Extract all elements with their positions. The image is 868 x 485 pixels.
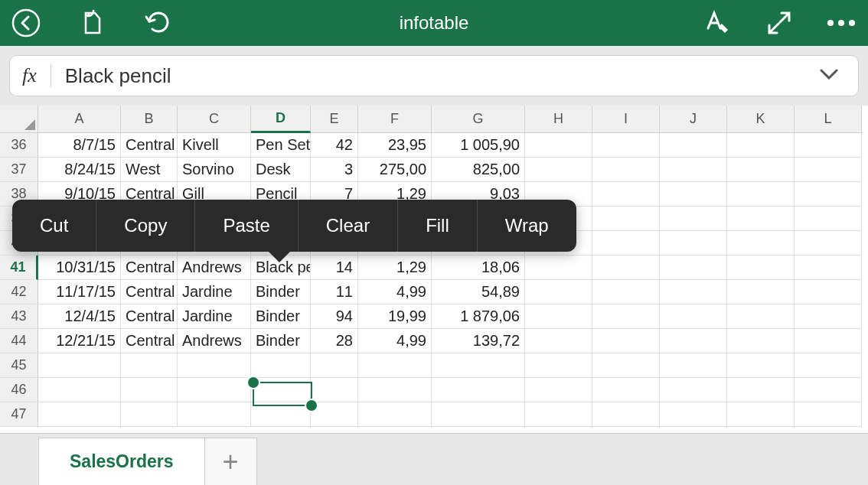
cell[interactable]	[311, 378, 358, 402]
cell[interactable]	[592, 207, 660, 231]
cell[interactable]: 94	[311, 304, 358, 329]
cell[interactable]	[660, 231, 727, 256]
cell[interactable]: 139,72	[432, 329, 525, 353]
context-menu-cut[interactable]: Cut	[12, 200, 96, 252]
cell[interactable]	[38, 378, 121, 402]
row-header-43[interactable]: 43	[0, 304, 38, 329]
cell[interactable]	[592, 133, 660, 158]
cell[interactable]: 1,29	[358, 256, 432, 280]
cell[interactable]: 28	[311, 329, 358, 353]
cell[interactable]: Central	[121, 256, 178, 280]
cell[interactable]	[592, 158, 660, 182]
cell[interactable]	[660, 329, 727, 353]
column-header-h[interactable]: H	[525, 106, 592, 133]
cell[interactable]: 12/4/15	[38, 304, 121, 329]
cell[interactable]	[121, 402, 178, 427]
row-header-36[interactable]: 36	[0, 133, 38, 158]
column-header-f[interactable]: F	[358, 106, 432, 133]
column-header-g[interactable]: G	[432, 106, 525, 133]
cell[interactable]	[795, 133, 862, 158]
cell[interactable]	[525, 353, 592, 378]
cell[interactable]: Kivell	[178, 133, 251, 158]
cell[interactable]	[525, 280, 592, 304]
cell[interactable]	[727, 353, 795, 378]
column-header-a[interactable]: A	[38, 106, 121, 133]
cell[interactable]	[795, 280, 862, 304]
cell[interactable]	[795, 256, 862, 280]
cell[interactable]	[525, 256, 592, 280]
cell[interactable]	[795, 304, 862, 329]
cell[interactable]	[795, 378, 862, 402]
cell[interactable]	[311, 402, 358, 427]
cell[interactable]: 1 005,90	[432, 133, 525, 158]
cell[interactable]	[727, 158, 795, 182]
cell[interactable]: Binder	[251, 329, 311, 353]
cell[interactable]: West	[121, 158, 178, 182]
column-header-c[interactable]: C	[178, 106, 251, 133]
cell[interactable]	[795, 207, 862, 231]
cell[interactable]	[38, 402, 121, 427]
cell[interactable]	[178, 402, 251, 427]
cell[interactable]: Central	[121, 280, 178, 304]
cell[interactable]	[358, 353, 432, 378]
cell[interactable]: 54,89	[432, 280, 525, 304]
cell[interactable]: 1 879,06	[432, 304, 525, 329]
cell[interactable]: 10/31/15	[38, 256, 121, 280]
context-menu-fill[interactable]: Fill	[398, 200, 478, 252]
cell[interactable]: Sorvino	[178, 158, 251, 182]
cell[interactable]: Andrews	[178, 329, 251, 353]
cell[interactable]	[660, 304, 727, 329]
cell[interactable]	[660, 158, 727, 182]
cell[interactable]	[121, 353, 178, 378]
cell[interactable]	[660, 378, 727, 402]
formula-input[interactable]	[51, 64, 812, 88]
context-menu-wrap[interactable]: Wrap	[478, 200, 576, 252]
select-all-corner[interactable]	[0, 106, 38, 133]
cell[interactable]	[592, 353, 660, 378]
cell[interactable]: Desk	[251, 158, 311, 182]
column-header-e[interactable]: E	[311, 106, 358, 133]
cell[interactable]: Jardine	[178, 280, 251, 304]
add-sheet-button[interactable]: +	[205, 438, 257, 485]
cell[interactable]	[795, 329, 862, 353]
cell[interactable]	[525, 329, 592, 353]
cell[interactable]	[525, 402, 592, 427]
cell[interactable]	[660, 402, 727, 427]
cell[interactable]	[525, 378, 592, 402]
cell[interactable]: Pen Set	[251, 133, 311, 158]
cell[interactable]	[525, 304, 592, 329]
cell[interactable]: Andrews	[178, 256, 251, 280]
expand-icon[interactable]	[766, 10, 792, 36]
cell[interactable]	[178, 353, 251, 378]
cell[interactable]	[660, 353, 727, 378]
cell[interactable]	[525, 158, 592, 182]
cell[interactable]: 8/7/15	[38, 133, 121, 158]
row-header-41[interactable]: 41	[0, 256, 38, 280]
cell[interactable]: 14	[311, 256, 358, 280]
column-header-k[interactable]: K	[727, 106, 795, 133]
cell[interactable]	[795, 402, 862, 427]
file-icon[interactable]	[77, 8, 106, 37]
cell[interactable]: 11/17/15	[38, 280, 121, 304]
cell[interactable]	[592, 182, 660, 207]
cell[interactable]	[592, 304, 660, 329]
back-icon[interactable]	[11, 8, 41, 37]
row-header-42[interactable]: 42	[0, 280, 38, 304]
more-icon[interactable]	[826, 19, 857, 27]
cell[interactable]	[251, 378, 311, 402]
cell[interactable]	[251, 402, 311, 427]
cell[interactable]	[727, 402, 795, 427]
context-menu-copy[interactable]: Copy	[96, 200, 195, 252]
cell[interactable]	[727, 329, 795, 353]
cell[interactable]	[525, 133, 592, 158]
cell[interactable]: Central	[121, 133, 178, 158]
cell[interactable]: Central	[121, 329, 178, 353]
edit-style-icon[interactable]	[703, 8, 733, 37]
cell[interactable]: 8/24/15	[38, 158, 121, 182]
cell[interactable]	[660, 256, 727, 280]
cell[interactable]: Binder	[251, 304, 311, 329]
cell[interactable]	[727, 280, 795, 304]
cell[interactable]: 23,95	[358, 133, 432, 158]
cell[interactable]: 4,99	[358, 280, 432, 304]
column-header-d[interactable]: D	[251, 106, 311, 133]
